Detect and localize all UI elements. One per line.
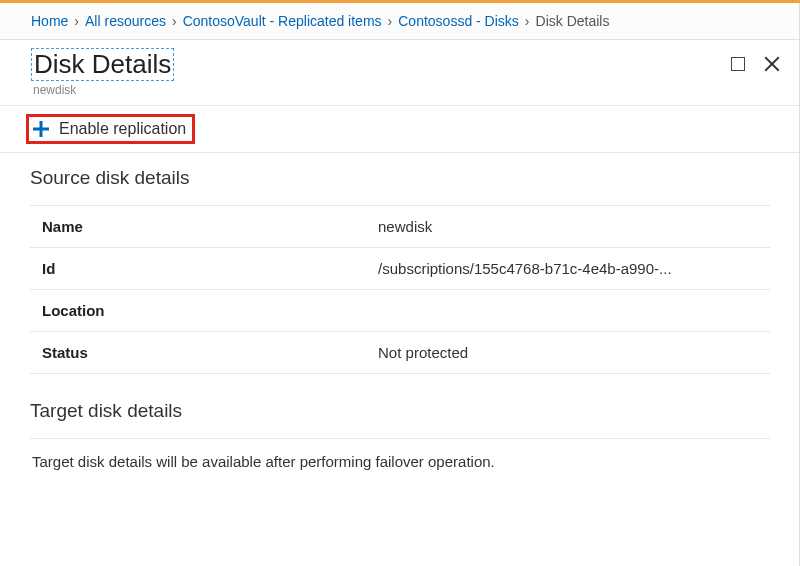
restore-icon bbox=[731, 57, 745, 71]
label-status: Status bbox=[34, 344, 378, 361]
title-selection-box: Disk Details bbox=[31, 48, 174, 81]
value-name: newdisk bbox=[378, 218, 766, 235]
breadcrumb: Home › All resources › ContosoVault - Re… bbox=[0, 3, 800, 40]
page-subtitle: newdisk bbox=[0, 83, 800, 105]
content: Source disk details Name newdisk Id /sub… bbox=[0, 153, 800, 498]
chevron-right-icon: › bbox=[525, 13, 530, 29]
breadcrumb-home[interactable]: Home bbox=[31, 13, 68, 29]
label-name: Name bbox=[34, 218, 378, 235]
row-location: Location bbox=[30, 290, 770, 332]
target-section-heading: Target disk details bbox=[30, 400, 770, 422]
source-section-heading: Source disk details bbox=[30, 167, 770, 189]
row-name: Name newdisk bbox=[30, 205, 770, 248]
chevron-right-icon: › bbox=[388, 13, 393, 29]
breadcrumb-all-resources[interactable]: All resources bbox=[85, 13, 166, 29]
restore-window-button[interactable] bbox=[728, 54, 748, 74]
breadcrumb-disks[interactable]: Contosossd - Disks bbox=[398, 13, 519, 29]
value-location bbox=[378, 302, 766, 319]
target-section: Target disk details Target disk details … bbox=[30, 400, 770, 484]
chevron-right-icon: › bbox=[172, 13, 177, 29]
label-id: Id bbox=[34, 260, 378, 277]
chevron-right-icon: › bbox=[74, 13, 79, 29]
enable-replication-button[interactable]: Enable replication bbox=[26, 114, 195, 144]
value-id: /subscriptions/155c4768-b71c-4e4b-a990-.… bbox=[378, 260, 766, 277]
target-section-message: Target disk details will be available af… bbox=[30, 438, 770, 484]
value-status: Not protected bbox=[378, 344, 766, 361]
close-button[interactable] bbox=[762, 54, 782, 74]
row-id: Id /subscriptions/155c4768-b71c-4e4b-a99… bbox=[30, 248, 770, 290]
plus-icon bbox=[31, 119, 51, 139]
page-title: Disk Details bbox=[34, 49, 171, 79]
enable-replication-label: Enable replication bbox=[59, 120, 186, 138]
close-icon bbox=[763, 55, 781, 73]
breadcrumb-current: Disk Details bbox=[536, 13, 610, 29]
blade-header: Disk Details bbox=[0, 40, 800, 83]
row-status: Status Not protected bbox=[30, 332, 770, 374]
label-location: Location bbox=[34, 302, 378, 319]
toolbar: Enable replication bbox=[0, 106, 800, 153]
breadcrumb-vault[interactable]: ContosoVault - Replicated items bbox=[183, 13, 382, 29]
